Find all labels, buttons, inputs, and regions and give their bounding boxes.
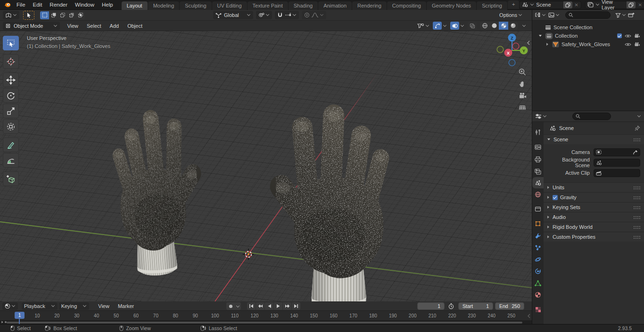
scroll-arrow-icon[interactable] bbox=[527, 314, 531, 318]
viewport-menu-item[interactable]: View bbox=[63, 23, 83, 29]
end-frame-field[interactable]: End 250 bbox=[495, 302, 524, 310]
menu-item[interactable]: File bbox=[13, 0, 29, 10]
playhead-frame-badge[interactable]: 1 bbox=[15, 312, 25, 319]
menu-item[interactable]: Render bbox=[46, 0, 71, 10]
workspace-tab[interactable]: Texture Paint bbox=[248, 1, 288, 10]
outliner-row-scene-collection[interactable]: Scene Collection bbox=[532, 23, 644, 32]
zoom-view-button[interactable] bbox=[517, 67, 528, 77]
sidebar-collapse-arrow[interactable] bbox=[523, 38, 532, 48]
gizmo-axis-z-neg[interactable] bbox=[509, 59, 515, 66]
eyedropper-icon[interactable] bbox=[633, 150, 638, 155]
channels-expand-icon[interactable] bbox=[1, 321, 3, 324]
workspace-tab[interactable]: Rendering bbox=[352, 1, 387, 10]
tab-texture[interactable] bbox=[532, 304, 544, 315]
tool-measure[interactable] bbox=[3, 153, 19, 168]
proportional-editing-group[interactable] bbox=[302, 11, 326, 19]
outliner-row-safety-work-gloves[interactable]: Safety_Work_Gloves bbox=[532, 40, 644, 49]
outliner-row-collection[interactable]: Collection bbox=[532, 32, 644, 40]
shading-rendered-button[interactable] bbox=[508, 22, 518, 30]
section-audio[interactable]: Audio bbox=[544, 212, 644, 222]
keying-menu[interactable]: Keying bbox=[59, 302, 90, 310]
tab-view-layer[interactable] bbox=[532, 166, 544, 177]
outliner-filter-button[interactable] bbox=[615, 13, 626, 18]
outliner-editor-type-button[interactable] bbox=[535, 12, 546, 18]
shading-wireframe-button[interactable] bbox=[480, 22, 489, 30]
workspace-tab[interactable]: Scripting bbox=[477, 1, 507, 10]
disable-render-camera-icon[interactable] bbox=[634, 33, 640, 38]
hide-eye-icon[interactable] bbox=[625, 34, 631, 38]
collection-checkbox[interactable] bbox=[617, 33, 622, 38]
viewport-menu-item[interactable]: Add bbox=[106, 23, 124, 29]
outliner-display-mode-button[interactable] bbox=[548, 12, 560, 18]
gizmo-axis-x-neg[interactable] bbox=[512, 43, 519, 49]
visibility-filter-dropdown[interactable] bbox=[417, 23, 429, 29]
unlink-scene-button[interactable]: ✕ bbox=[572, 2, 581, 8]
timeline-ruler[interactable]: 1020304050607080901001101201301401501601… bbox=[0, 311, 532, 321]
section-custom-properties[interactable]: Custom Properties bbox=[544, 232, 644, 242]
workspace-tab[interactable]: Modeling bbox=[148, 1, 180, 10]
jump-to-end-button[interactable] bbox=[292, 302, 300, 310]
active-clip-field[interactable] bbox=[594, 169, 640, 177]
use-preview-range-button[interactable] bbox=[448, 303, 454, 309]
shading-material-button[interactable] bbox=[499, 22, 508, 30]
playhead-line[interactable] bbox=[19, 319, 20, 324]
gizmo-axis-y-neg[interactable] bbox=[497, 46, 504, 53]
options-dropdown[interactable]: Options bbox=[499, 12, 522, 18]
section-units[interactable]: Units bbox=[544, 182, 644, 192]
panel-grip[interactable] bbox=[633, 196, 640, 199]
section-keying-sets[interactable]: Keying Sets bbox=[544, 202, 644, 212]
viewport-menu-item[interactable]: Object bbox=[123, 23, 147, 29]
panel-grip[interactable] bbox=[633, 186, 640, 189]
expand-icon[interactable] bbox=[546, 43, 548, 46]
orthographic-toggle-button[interactable] bbox=[517, 102, 528, 113]
tool-move[interactable] bbox=[3, 73, 19, 87]
panel-grip[interactable] bbox=[633, 226, 640, 229]
viewport-menu-item[interactable]: Select bbox=[83, 23, 106, 29]
menu-item[interactable]: Window bbox=[71, 0, 98, 10]
panel-grip[interactable] bbox=[633, 206, 640, 209]
panel-grip[interactable] bbox=[633, 216, 640, 219]
timeline-view-menu[interactable]: View bbox=[94, 303, 114, 309]
tab-scene[interactable] bbox=[532, 177, 544, 188]
view-layer-name[interactable]: View Layer bbox=[600, 0, 627, 10]
properties-editor-type-button[interactable] bbox=[535, 113, 547, 119]
select-mode-extend[interactable] bbox=[49, 11, 58, 19]
select-mode-intersect[interactable] bbox=[76, 11, 85, 19]
transform-orientation-dropdown[interactable]: Global bbox=[213, 11, 253, 19]
tool-add-cube[interactable] bbox=[3, 171, 19, 186]
scene-selector[interactable]: Scene ✕ bbox=[519, 1, 581, 9]
previous-keyframe-button[interactable] bbox=[256, 302, 264, 310]
gravity-checkbox[interactable] bbox=[553, 195, 558, 200]
background-scene-field[interactable] bbox=[594, 159, 640, 167]
timeline-marker-menu[interactable]: Marker bbox=[114, 303, 138, 309]
next-keyframe-button[interactable] bbox=[283, 302, 291, 310]
tool-rotate[interactable] bbox=[3, 88, 19, 103]
workspace-tab[interactable]: Sculpting bbox=[180, 1, 211, 10]
tool-select-box[interactable] bbox=[3, 36, 19, 50]
jump-to-start-button[interactable] bbox=[247, 302, 256, 310]
expand-icon[interactable] bbox=[539, 35, 542, 37]
workspace-tab[interactable]: Shading bbox=[289, 1, 318, 10]
scene-name[interactable]: Scene bbox=[534, 2, 563, 8]
tab-physics[interactable] bbox=[532, 254, 544, 265]
auto-key-dropdown[interactable] bbox=[235, 302, 241, 310]
mode-dropdown[interactable]: Object Mode bbox=[3, 22, 60, 30]
workspace-tab[interactable]: Compositing bbox=[387, 1, 426, 10]
panel-grip[interactable] bbox=[633, 235, 640, 239]
pin-icon[interactable] bbox=[635, 125, 640, 131]
menu-item[interactable]: Help bbox=[98, 0, 117, 10]
view-layer-selector[interactable]: View Layer ✕ bbox=[585, 1, 644, 9]
section-rigid-body-world[interactable]: Rigid Body World bbox=[544, 222, 644, 232]
left-glove-object[interactable] bbox=[101, 101, 210, 283]
blender-logo-icon[interactable] bbox=[4, 2, 11, 8]
workspace-tab[interactable]: Layout bbox=[122, 1, 148, 10]
right-glove-object[interactable] bbox=[267, 98, 400, 301]
menu-item[interactable]: Edit bbox=[29, 0, 46, 10]
new-collection-button[interactable] bbox=[628, 12, 635, 18]
pan-view-button[interactable] bbox=[517, 79, 528, 89]
tab-modifiers[interactable] bbox=[532, 230, 544, 242]
tool-cursor[interactable] bbox=[3, 54, 19, 69]
tab-constraints[interactable] bbox=[532, 266, 544, 277]
tab-object-data[interactable] bbox=[532, 277, 544, 289]
tab-output[interactable] bbox=[532, 154, 544, 165]
